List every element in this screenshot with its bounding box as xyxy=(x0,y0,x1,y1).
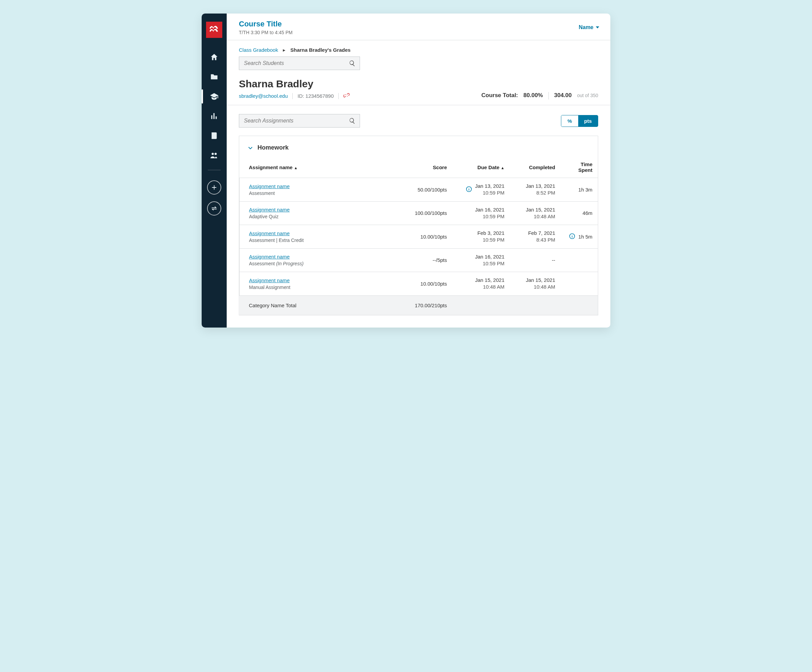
breadcrumb-root[interactable]: Class Gradebook xyxy=(239,47,278,53)
cell-time xyxy=(561,272,598,296)
col-completed[interactable]: Completed xyxy=(510,155,561,178)
folder-icon xyxy=(210,72,218,81)
chevron-right-icon: ▸ xyxy=(283,47,285,53)
cell-due: Jan 16, 202110:59 PM xyxy=(452,201,510,225)
user-menu-label: Name xyxy=(578,24,594,31)
cell-score: 100.00/100pts xyxy=(398,201,452,225)
search-students-input[interactable] xyxy=(243,60,346,67)
nav-roster[interactable] xyxy=(202,145,227,165)
course-schedule: T/TH 3:30 PM to 4:45 PM xyxy=(239,30,293,35)
cell-score: --/5pts xyxy=(398,248,452,272)
cell-completed: Feb 7, 20218:43 PM xyxy=(510,225,561,249)
student-email[interactable]: sbradley@school.edu xyxy=(239,93,288,99)
cell-time: 1h 3m xyxy=(561,178,598,202)
assignment-link[interactable]: Assignment name xyxy=(249,183,393,189)
assignment-type: Assessment (In Progress) xyxy=(249,261,304,266)
user-menu[interactable]: Name xyxy=(578,24,599,31)
nav-content[interactable] xyxy=(202,67,227,87)
table-row: Assignment nameAdaptive Quiz100.00/100pt… xyxy=(240,201,598,225)
cell-completed: -- xyxy=(510,248,561,272)
info-icon[interactable] xyxy=(569,233,575,240)
col-due[interactable]: Due Date▲ xyxy=(452,155,510,178)
course-title[interactable]: Course Title xyxy=(239,20,293,29)
sync-button[interactable] xyxy=(207,201,221,215)
cell-score: 10.00/10pts xyxy=(398,225,452,249)
sort-asc-icon: ▲ xyxy=(294,166,298,170)
info-icon[interactable] xyxy=(466,186,473,194)
breadcrumb: Class Gradebook ▸ Sharna Bradley's Grade… xyxy=(239,47,598,53)
category-name: Homework xyxy=(258,144,288,151)
assignment-link[interactable]: Assignment name xyxy=(249,230,393,236)
table-row: Assignment nameAssessment50.00/100ptsJan… xyxy=(240,178,598,202)
search-assignments[interactable] xyxy=(239,114,360,128)
cell-score: 10.00/10pts xyxy=(398,272,452,296)
cell-completed: Jan 15, 202110:48 AM xyxy=(510,272,561,296)
chevron-down-icon xyxy=(247,145,253,151)
category-total-score: 170.00/210pts xyxy=(398,295,452,315)
col-name[interactable]: Assignment name▲ xyxy=(240,155,399,178)
sort-asc-icon: ▲ xyxy=(501,166,505,170)
col-score[interactable]: Score xyxy=(398,155,452,178)
col-time[interactable]: Time Spent xyxy=(561,155,598,178)
cell-time xyxy=(561,248,598,272)
table-row: Assignment nameAssessment (In Progress)-… xyxy=(240,248,598,272)
search-students[interactable] xyxy=(239,56,360,70)
main: Course Title T/TH 3:30 PM to 4:45 PM Nam… xyxy=(227,14,610,327)
people-icon xyxy=(210,151,218,160)
graduation-cap-icon xyxy=(210,92,218,101)
cell-time: 1h 5m xyxy=(561,225,598,249)
nav-reports[interactable] xyxy=(202,106,227,126)
table-row: Assignment nameManual Assignment10.00/10… xyxy=(240,272,598,296)
brand-logo[interactable] xyxy=(206,22,222,38)
breadcrumb-current: Sharna Bradley's Grades xyxy=(290,47,350,53)
nav-ebook[interactable] xyxy=(202,126,227,145)
cell-due: Feb 3, 202110:59 PM xyxy=(452,225,510,249)
unit-toggle: % pts xyxy=(561,115,598,127)
assignment-type: Adaptive Quiz xyxy=(249,214,278,219)
assignment-link[interactable]: Assignment name xyxy=(249,254,393,259)
nav-home[interactable] xyxy=(202,48,227,67)
student-name: Sharna Bradley xyxy=(239,78,350,90)
student-header: Sharna Bradley sbradley@school.edu ID: 1… xyxy=(227,78,610,105)
category-total-label: Category Name Total xyxy=(240,295,399,315)
table-row: Assignment nameAssessment | Extra Credit… xyxy=(240,225,598,249)
add-button[interactable] xyxy=(207,180,221,194)
caret-down-icon xyxy=(595,26,599,29)
assignment-link[interactable]: Assignment name xyxy=(249,207,393,213)
home-icon xyxy=(210,53,218,61)
assignment-type: Manual Assignment xyxy=(249,285,290,290)
topbar: Course Title T/TH 3:30 PM to 4:45 PM Nam… xyxy=(227,14,610,40)
assignment-type: Assessment xyxy=(249,191,275,196)
total-label: Course Total: xyxy=(481,92,518,99)
unlink-button[interactable] xyxy=(343,92,350,99)
plus-icon xyxy=(210,184,218,191)
cell-due: Jan 13, 202110:59 PM xyxy=(452,178,510,202)
app-window: Course Title T/TH 3:30 PM to 4:45 PM Nam… xyxy=(202,14,610,327)
total-outof: out of 350 xyxy=(577,93,598,98)
sidebar xyxy=(202,14,227,327)
student-id: ID: 1234567890 xyxy=(297,93,334,99)
assignment-link[interactable]: Assignment name xyxy=(249,278,393,283)
cell-due: Jan 15, 202110:48 AM xyxy=(452,272,510,296)
assignment-type: Assessment | Extra Credit xyxy=(249,237,304,243)
book-icon xyxy=(210,131,218,140)
toggle-percent[interactable]: % xyxy=(561,115,578,126)
cell-time: 46m xyxy=(561,201,598,225)
total-percent: 80.00% xyxy=(524,92,543,99)
macmillan-logo-icon xyxy=(209,25,219,35)
content: Class Gradebook ▸ Sharna Bradley's Grade… xyxy=(227,40,610,327)
search-assignments-input[interactable] xyxy=(243,118,346,124)
assignments-panel: Homework Assignment name▲ Score Due Date… xyxy=(239,136,598,316)
cell-completed: Jan 15, 202110:48 AM xyxy=(510,201,561,225)
assignments-table: Assignment name▲ Score Due Date▲ Complet… xyxy=(239,155,598,315)
sidebar-divider xyxy=(208,170,220,170)
sidebar-nav xyxy=(202,48,227,165)
cell-due: Jan 16, 202110:59 PM xyxy=(452,248,510,272)
cell-completed: Jan 13, 20218:52 PM xyxy=(510,178,561,202)
cell-score: 50.00/100pts xyxy=(398,178,452,202)
category-total-row: Category Name Total 170.00/210pts xyxy=(240,295,598,315)
toggle-points[interactable]: pts xyxy=(578,115,598,126)
category-header[interactable]: Homework xyxy=(239,136,598,155)
swap-icon xyxy=(210,205,218,212)
nav-gradebook[interactable] xyxy=(202,87,227,106)
